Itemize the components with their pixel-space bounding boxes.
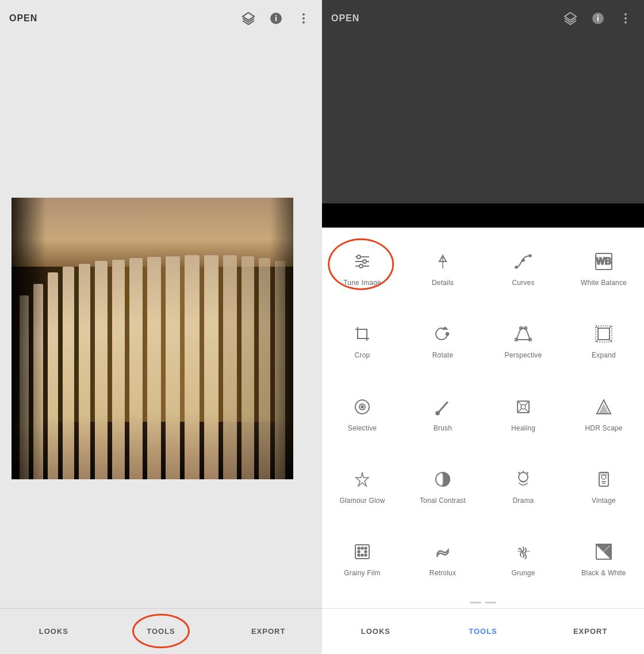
- left-bottom-nav: LOOKS TOOLS EXPORT: [0, 608, 322, 654]
- tool-tune-image[interactable]: Tune Image: [322, 232, 402, 305]
- svg-point-9: [624, 13, 627, 16]
- perspective-label: Perspective: [505, 351, 542, 360]
- column-13: [223, 255, 237, 479]
- svg-point-10: [624, 17, 627, 20]
- svg-point-27: [446, 333, 449, 336]
- tool-grainy-film[interactable]: Grainy Film: [322, 522, 402, 595]
- tool-rotate[interactable]: Rotate: [402, 305, 483, 377]
- photo-shadow-right: [270, 198, 293, 479]
- healing-label: Healing: [511, 424, 535, 433]
- hdr-scape-icon: [591, 394, 616, 420]
- curves-label: Curves: [512, 279, 534, 288]
- left-panel: OPEN i: [0, 0, 322, 654]
- tool-drama[interactable]: Drama: [483, 450, 564, 522]
- svg-point-21: [522, 259, 524, 261]
- tool-tonal-contrast[interactable]: Tonal Contrast: [402, 450, 483, 522]
- brush-label: Brush: [434, 424, 452, 433]
- svg-point-65: [365, 554, 367, 556]
- tool-white-balance[interactable]: WB White Balance: [564, 232, 644, 305]
- vintage-icon: [591, 467, 616, 492]
- tune-image-label: Tune Image: [343, 279, 381, 288]
- drama-icon: [511, 467, 536, 492]
- white-balance-icon: WB: [591, 249, 616, 274]
- svg-point-22: [529, 255, 531, 257]
- column-6: [95, 261, 108, 479]
- more-options-icon[interactable]: [294, 9, 313, 28]
- tool-crop[interactable]: Crop: [322, 305, 402, 377]
- column-7: [112, 260, 125, 479]
- tool-selective[interactable]: Selective: [322, 377, 402, 449]
- info-icon[interactable]: i: [267, 9, 285, 28]
- svg-point-60: [365, 547, 367, 549]
- right-panel: OPEN i: [322, 0, 644, 654]
- column-4: [63, 267, 74, 479]
- right-tab-tools[interactable]: TOOLS: [430, 609, 537, 654]
- curves-icon: [511, 249, 536, 274]
- left-tab-tools[interactable]: TOOLS: [108, 609, 215, 654]
- tool-grunge[interactable]: Grunge: [483, 522, 564, 595]
- left-tab-looks[interactable]: LOOKS: [0, 609, 108, 654]
- column-12: [204, 255, 218, 479]
- tools-grid: Tune Image Details: [322, 228, 644, 599]
- photo-shadow-left: [12, 198, 46, 479]
- tool-details[interactable]: Details: [402, 232, 483, 305]
- right-header-icons: i: [561, 9, 635, 28]
- left-open-button[interactable]: OPEN: [9, 13, 239, 24]
- healing-icon: [511, 394, 536, 420]
- left-tab-export[interactable]: EXPORT: [214, 609, 322, 654]
- glamour-glow-label: Glamour Glow: [339, 497, 385, 506]
- right-info-icon[interactable]: i: [589, 9, 607, 28]
- tool-retrolux[interactable]: Retrolux: [402, 522, 483, 595]
- svg-point-5: [302, 21, 305, 24]
- more-dot-2: [485, 602, 496, 603]
- svg-point-63: [358, 554, 360, 556]
- tool-brush[interactable]: Brush: [402, 377, 483, 449]
- layers-icon[interactable]: [239, 9, 258, 28]
- tool-hdr-scape[interactable]: HDR Scape: [564, 377, 644, 449]
- svg-point-20: [515, 266, 518, 268]
- rotate-label: Rotate: [432, 351, 454, 360]
- column-15: [259, 258, 270, 479]
- brush-icon: [430, 394, 455, 420]
- tool-perspective[interactable]: Perspective: [483, 305, 564, 377]
- expand-label: Expand: [592, 351, 616, 360]
- photo-image: [12, 198, 293, 479]
- right-bottom-nav: LOOKS TOOLS EXPORT: [322, 608, 644, 654]
- svg-marker-45: [356, 472, 369, 486]
- svg-line-50: [519, 472, 520, 474]
- column-11: [185, 255, 199, 479]
- svg-point-3: [302, 13, 305, 16]
- svg-marker-26: [443, 327, 447, 329]
- tool-glamour-glow[interactable]: Glamour Glow: [322, 450, 402, 522]
- tonal-contrast-icon: [430, 467, 455, 492]
- svg-point-42: [521, 405, 526, 409]
- left-header: OPEN i: [0, 0, 322, 37]
- column-5: [79, 264, 90, 479]
- right-tab-looks[interactable]: LOOKS: [322, 609, 430, 654]
- black-white-label: Black & White: [581, 569, 626, 578]
- right-more-options-icon[interactable]: [616, 9, 635, 28]
- tool-black-white[interactable]: Black & White: [564, 522, 644, 595]
- tool-curves[interactable]: Curves: [483, 232, 564, 305]
- svg-text:WB: WB: [596, 256, 612, 266]
- more-dot-1: [470, 602, 481, 603]
- black-white-icon: [591, 539, 616, 564]
- svg-point-11: [624, 21, 627, 24]
- tool-expand[interactable]: Expand: [564, 305, 644, 377]
- svg-line-51: [527, 472, 528, 474]
- svg-point-4: [302, 17, 305, 20]
- crop-label: Crop: [355, 351, 370, 360]
- drama-label: Drama: [512, 497, 534, 506]
- retrolux-icon: [430, 539, 455, 564]
- right-tab-export[interactable]: EXPORT: [536, 609, 644, 654]
- right-layers-icon[interactable]: [561, 9, 580, 28]
- retrolux-label: Retrolux: [430, 569, 456, 578]
- right-open-button[interactable]: OPEN: [331, 13, 561, 24]
- svg-text:i: i: [597, 14, 599, 23]
- tool-vintage[interactable]: Vintage: [564, 450, 644, 522]
- tool-healing[interactable]: Healing: [483, 377, 564, 449]
- column-10: [166, 256, 180, 479]
- details-label: Details: [432, 279, 454, 288]
- glamour-glow-icon: [350, 467, 375, 492]
- expand-icon: [591, 321, 616, 347]
